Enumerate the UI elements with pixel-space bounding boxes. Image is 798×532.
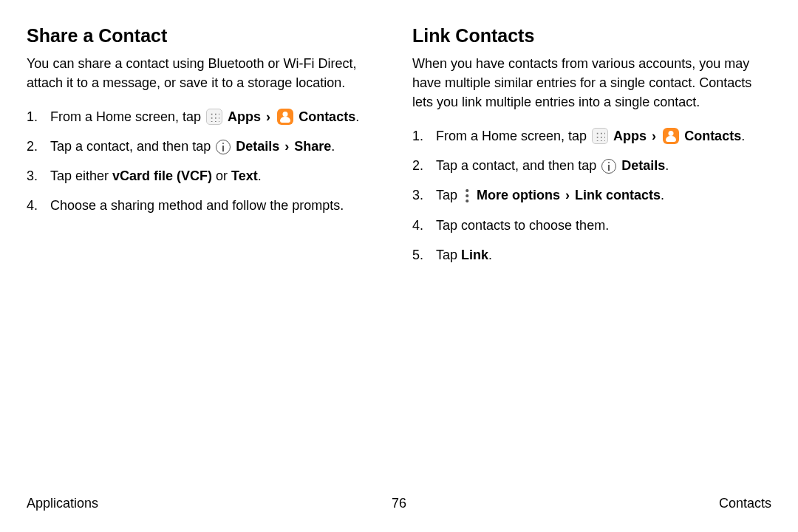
share-label: Share	[294, 139, 331, 154]
chevron-right-icon: ›	[265, 109, 272, 124]
list-item: Tap either vCard file (VCF) or Text.	[27, 166, 386, 185]
contacts-icon	[277, 109, 293, 125]
list-item: From a Home screen, tap Apps › Contacts.	[412, 126, 771, 146]
info-icon	[216, 140, 231, 154]
section-heading: Link Contacts	[412, 25, 771, 47]
more-options-icon	[463, 188, 471, 203]
details-label: Details	[621, 158, 665, 173]
chevron-right-icon: ›	[283, 139, 290, 154]
page-footer: Applications 76 Contacts	[27, 496, 771, 511]
footer-right: Contacts	[719, 496, 771, 511]
list-item: Choose a sharing method and follow the p…	[27, 196, 386, 215]
chevron-right-icon: ›	[650, 129, 658, 143]
list-item: From a Home screen, tap Apps › Contacts.	[27, 107, 386, 126]
section-heading: Share a Contact	[27, 25, 386, 47]
list-item: Tap More options › Link contacts.	[412, 185, 771, 205]
apps-label: Apps	[613, 129, 647, 143]
section-intro: You can share a contact using Bluetooth …	[27, 54, 386, 92]
page-number: 76	[392, 496, 406, 511]
share-a-contact-section: Share a Contact You can share a contact …	[27, 25, 386, 275]
list-item: Tap Link.	[412, 245, 771, 265]
list-item: Tap a contact, and then tap Details › Sh…	[27, 137, 386, 156]
contacts-icon	[663, 128, 679, 144]
section-intro: When you have contacts from various acco…	[412, 54, 771, 112]
contacts-label: Contacts	[684, 129, 741, 143]
list-item: Tap a contact, and then tap Details.	[412, 156, 771, 175]
apps-label: Apps	[228, 109, 261, 124]
steps-list: From a Home screen, tap Apps › Contacts.…	[27, 107, 386, 215]
details-label: Details	[236, 139, 279, 154]
apps-icon	[592, 128, 608, 144]
contacts-label: Contacts	[299, 109, 355, 124]
steps-list: From a Home screen, tap Apps › Contacts.…	[412, 126, 771, 264]
footer-left: Applications	[27, 496, 98, 511]
apps-icon	[206, 109, 222, 125]
link-contacts-label: Link contacts	[575, 188, 661, 202]
chevron-right-icon: ›	[564, 188, 571, 202]
link-contacts-section: Link Contacts When you have contacts fro…	[412, 25, 771, 275]
info-icon	[601, 159, 616, 174]
more-options-label: More options	[477, 188, 560, 202]
list-item: Tap contacts to choose them.	[412, 216, 771, 235]
